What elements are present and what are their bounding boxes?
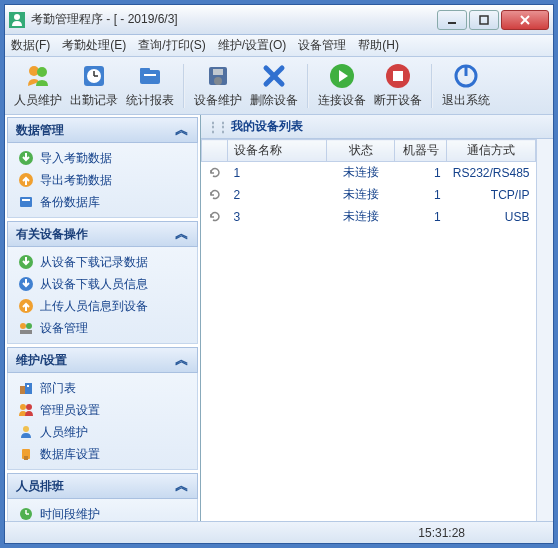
download-icon — [18, 276, 34, 292]
main-header: ⋮⋮ 我的设备列表 — [201, 115, 553, 139]
download-icon — [18, 254, 34, 270]
stop-icon — [384, 62, 412, 90]
svg-rect-35 — [20, 386, 25, 394]
svg-point-38 — [20, 404, 26, 410]
menu-attendance[interactable]: 考勤处理(E) — [62, 37, 126, 54]
item-label: 人员维护 — [40, 424, 88, 441]
menu-maintain[interactable]: 维护/设置(O) — [218, 37, 287, 54]
table-row[interactable]: 3 未连接 1 USB — [202, 206, 536, 228]
panel-header[interactable]: 有关设备操作 ︽ — [7, 221, 198, 247]
cell-machine: 1 — [394, 162, 446, 184]
sidebar-dept-table[interactable]: 部门表 — [8, 377, 197, 399]
svg-rect-13 — [140, 68, 150, 72]
cell-machine: 1 — [394, 184, 446, 206]
toolbar-disconnect-device[interactable]: 断开设备 — [371, 61, 425, 111]
col-name[interactable]: 设备名称 — [228, 140, 327, 162]
menu-data[interactable]: 数据(F) — [11, 37, 50, 54]
svg-rect-37 — [27, 385, 29, 387]
item-label: 时间段维护 — [40, 506, 100, 522]
svg-rect-22 — [393, 71, 403, 81]
toolbar-connect-device[interactable]: 连接设备 — [315, 61, 369, 111]
toolbar-separator — [183, 64, 185, 108]
sidebar-backup-db[interactable]: 备份数据库 — [8, 191, 197, 213]
svg-rect-14 — [144, 74, 156, 76]
sidebar-db-settings[interactable]: 数据库设置 — [8, 443, 197, 465]
table-row[interactable]: 2 未连接 1 TCP/IP — [202, 184, 536, 206]
maximize-button[interactable] — [469, 10, 499, 30]
panel-header[interactable]: 数据管理 ︽ — [7, 117, 198, 143]
vertical-scrollbar[interactable] — [536, 139, 553, 521]
table-header-row: 设备名称 状态 机器号 通信方式 — [202, 140, 536, 162]
minimize-button[interactable] — [437, 10, 467, 30]
db-icon — [18, 446, 34, 462]
cell-status: 未连接 — [327, 184, 395, 206]
toolbar-exit[interactable]: 退出系统 — [439, 61, 493, 111]
toolbar-report[interactable]: 统计报表 — [123, 61, 177, 111]
col-icon[interactable] — [202, 140, 228, 162]
cell-name: 2 — [228, 184, 327, 206]
power-icon — [452, 62, 480, 90]
admin-icon — [18, 402, 34, 418]
svg-rect-27 — [20, 197, 32, 207]
toolbar-label: 出勤记录 — [70, 92, 118, 109]
toolbar-device-maintain[interactable]: 设备维护 — [191, 61, 245, 111]
person-icon — [18, 424, 34, 440]
time-icon — [18, 506, 34, 521]
toolbar-label: 设备维护 — [194, 92, 242, 109]
sidebar-download-person[interactable]: 从设备下载人员信息 — [8, 273, 197, 295]
sidebar-download-records[interactable]: 从设备下载记录数据 — [8, 251, 197, 273]
svg-rect-3 — [480, 16, 488, 24]
sidebar-upload-person[interactable]: 上传人员信息到设备 — [8, 295, 197, 317]
disk-icon — [204, 62, 232, 90]
window-title: 考勤管理程序 - [ - 2019/6/3] — [31, 11, 437, 28]
panel-body: 部门表 管理员设置 人员维护 数据库设置 — [7, 373, 198, 470]
svg-point-40 — [23, 426, 29, 432]
panel-header[interactable]: 人员排班 ︽ — [7, 473, 198, 499]
menu-query[interactable]: 查询/打印(S) — [138, 37, 205, 54]
toolbar-person-maintain[interactable]: 人员维护 — [11, 61, 65, 111]
sidebar-import-data[interactable]: 导入考勤数据 — [8, 147, 197, 169]
play-icon — [328, 62, 356, 90]
svg-rect-42 — [24, 456, 28, 460]
toolbar-attendance-record[interactable]: 出勤记录 — [67, 61, 121, 111]
grip-icon: ⋮⋮ — [207, 120, 227, 134]
toolbar-separator — [307, 64, 309, 108]
app-icon — [9, 12, 25, 28]
main-panel: ⋮⋮ 我的设备列表 设备名称 状态 机器号 通信方式 1 — [201, 115, 553, 521]
col-machine[interactable]: 机器号 — [394, 140, 446, 162]
sidebar-device-manage[interactable]: 设备管理 — [8, 317, 197, 339]
svg-point-33 — [26, 323, 32, 329]
panel-title: 人员排班 — [16, 478, 64, 495]
panel-data-management: 数据管理 ︽ 导入考勤数据 导出考勤数据 备份数据库 — [6, 116, 199, 219]
panel-person-schedule: 人员排班 ︽ 时间段维护 — [6, 472, 199, 521]
sidebar-time-maintain[interactable]: 时间段维护 — [8, 503, 197, 521]
cell-status: 未连接 — [327, 162, 395, 184]
export-icon — [18, 172, 34, 188]
svg-rect-36 — [25, 383, 32, 394]
panel-header[interactable]: 维护/设置 ︽ — [7, 347, 198, 373]
item-label: 从设备下载记录数据 — [40, 254, 148, 271]
people-icon — [24, 62, 52, 90]
close-button[interactable] — [501, 10, 549, 30]
sidebar-person-maintain[interactable]: 人员维护 — [8, 421, 197, 443]
col-status[interactable]: 状态 — [327, 140, 395, 162]
cell-comm: RS232/RS485 — [447, 162, 536, 184]
col-comm[interactable]: 通信方式 — [447, 140, 536, 162]
toolbar-delete-device[interactable]: 删除设备 — [247, 61, 301, 111]
chevron-up-icon: ︽ — [175, 121, 189, 139]
content-area: 数据管理 ︽ 导入考勤数据 导出考勤数据 备份数据库 有关设备操作 ︽ 从设备下… — [5, 115, 553, 521]
menu-help[interactable]: 帮助(H) — [358, 37, 399, 54]
cell-comm: TCP/IP — [447, 184, 536, 206]
item-label: 管理员设置 — [40, 402, 100, 419]
item-label: 导入考勤数据 — [40, 150, 112, 167]
clock-icon — [80, 62, 108, 90]
cell-status: 未连接 — [327, 206, 395, 228]
menu-device[interactable]: 设备管理 — [298, 37, 346, 54]
panel-maintain-settings: 维护/设置 ︽ 部门表 管理员设置 人员维护 数据库设置 — [6, 346, 199, 471]
sidebar: 数据管理 ︽ 导入考勤数据 导出考勤数据 备份数据库 有关设备操作 ︽ 从设备下… — [5, 115, 201, 521]
panel-device-operations: 有关设备操作 ︽ 从设备下载记录数据 从设备下载人员信息 上传人员信息到设备 设… — [6, 220, 199, 345]
table-row[interactable]: 1 未连接 1 RS232/RS485 — [202, 162, 536, 184]
sidebar-admin-settings[interactable]: 管理员设置 — [8, 399, 197, 421]
toolbar: 人员维护 出勤记录 统计报表 设备维护 删除设备 连接设备 断开设备 — [5, 57, 553, 115]
sidebar-export-data[interactable]: 导出考勤数据 — [8, 169, 197, 191]
